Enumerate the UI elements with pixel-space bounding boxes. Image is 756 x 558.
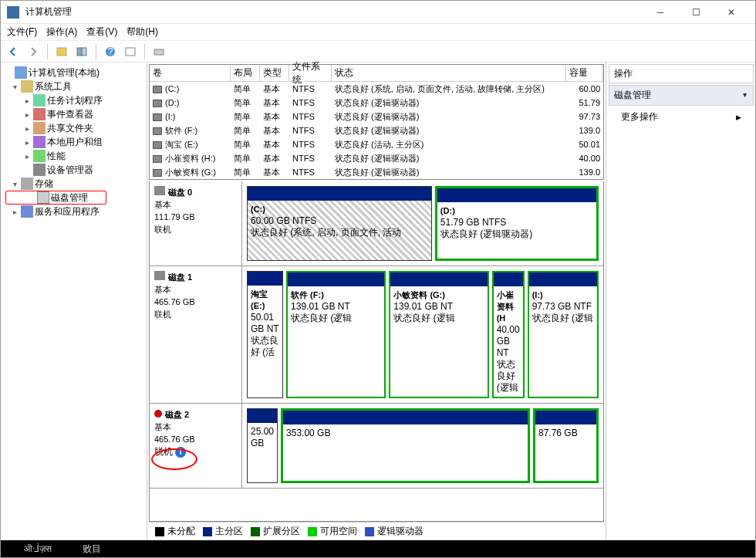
tree-services[interactable]: ▸服务和应用程序 <box>2 205 145 218</box>
tree-disk-management[interactable]: 磁盘管理 <box>5 191 106 205</box>
legend: 未分配 主分区 扩展分区 可用空间 逻辑驱动器 <box>149 522 604 540</box>
tree-systools[interactable]: ▾系统工具 <box>2 79 145 93</box>
info-icon[interactable]: i <box>175 447 186 458</box>
disk-icon <box>154 186 165 195</box>
tree-performance[interactable]: ▸性能 <box>2 149 145 163</box>
toolbar-icon-3[interactable] <box>121 43 140 60</box>
help-icon[interactable]: ? <box>101 43 120 60</box>
svg-rect-5 <box>126 48 135 56</box>
main-panel: 卷 布局 类型 文件系统 状态 容量 (C:)简单基本NTFS状态良好 (系统,… <box>147 63 606 540</box>
svg-rect-6 <box>154 49 164 55</box>
volume-row[interactable]: 小敏资料 (G:)简单基本NTFS状态良好 (逻辑驱动器)139.0 <box>150 165 603 179</box>
disk-side-info-0: 磁盘 0 基本 111.79 GB 联机 <box>150 181 242 265</box>
disk-row-0[interactable]: 磁盘 0 基本 111.79 GB 联机 (C:)60.00 GB NTFS状态… <box>150 181 603 266</box>
actions-more[interactable]: 更多操作▶ <box>607 107 755 127</box>
col-type[interactable]: 类型 <box>260 65 289 81</box>
chevron-right-icon: ▶ <box>736 113 741 121</box>
col-filesystem[interactable]: 文件系统 <box>289 65 332 81</box>
disk-graphical-view[interactable]: 磁盘 0 基本 111.79 GB 联机 (C:)60.00 GB NTFS状态… <box>149 181 604 522</box>
maximize-button[interactable]: ☐ <box>678 1 714 24</box>
disk-partitions-0: (C:)60.00 GB NTFS状态良好 (系统, 启动, 页面文件, 活动 … <box>242 181 603 265</box>
volume-row[interactable]: (I:)简单基本NTFS状态良好 (逻辑驱动器)97.73 <box>150 110 603 123</box>
col-status[interactable]: 状态 <box>332 65 566 81</box>
volume-row[interactable]: (C:)简单基本NTFS状态良好 (系统, 启动, 页面文件, 活动, 故障转储… <box>150 82 603 96</box>
partition-f[interactable]: 软件 (F:)139.01 GB NT状态良好 (逻辑 <box>286 271 386 398</box>
svg-rect-2 <box>82 48 86 56</box>
toolbar-icon-4[interactable] <box>150 43 168 60</box>
tree-shared-folders[interactable]: ▸共享文件夹 <box>2 121 145 135</box>
chevron-up-icon: ▲ <box>741 92 748 100</box>
forward-button[interactable] <box>24 43 42 60</box>
tree-task-scheduler[interactable]: ▸任务计划程序 <box>2 93 145 107</box>
tree-device-manager[interactable]: 设备管理器 <box>2 163 145 177</box>
svg-rect-1 <box>77 48 82 56</box>
disk-icon <box>154 271 165 280</box>
partition-i[interactable]: (I:)97.73 GB NTF状态良好 (逻辑 <box>528 271 599 398</box>
volume-row[interactable]: 软件 (F:)简单基本NTFS状态良好 (逻辑驱动器)139.0 <box>150 123 603 137</box>
toolbar-icon-2[interactable] <box>73 43 91 60</box>
partition-e[interactable]: 淘宝 (E:)50.01 GB NT状态良好 (活 <box>247 271 283 398</box>
partition-unalloc-2[interactable]: 353.00 GB <box>281 408 530 483</box>
menu-help[interactable]: 帮助(H) <box>127 25 158 39</box>
partition-unalloc-3[interactable]: 87.76 GB <box>533 408 599 483</box>
volume-list[interactable]: 卷 布局 类型 文件系统 状态 容量 (C:)简单基本NTFS状态良好 (系统,… <box>149 64 604 180</box>
svg-rect-0 <box>57 48 66 56</box>
disk-side-info-2: 磁盘 2 基本465.76 GB 脱机 i <box>150 404 242 488</box>
partition-h[interactable]: 小崔资料 (H40.00 GB NT状态良好 (逻辑 <box>492 271 525 398</box>
disk-row-1[interactable]: 磁盘 1 基本465.76 GB联机 淘宝 (E:)50.01 GB NT状态良… <box>150 266 603 404</box>
tree-event-viewer[interactable]: ▸事件查看器 <box>2 107 145 121</box>
actions-pane: 操作 磁盘管理▲ 更多操作▶ <box>606 63 755 540</box>
volume-row[interactable]: 小崔资料 (H:)简单基本NTFS状态良好 (逻辑驱动器)40.00 <box>150 151 603 165</box>
partition-g[interactable]: 小敏资料 (G:)139.01 GB NT状态良好 (逻辑 <box>389 271 488 398</box>
disk-partitions-1: 淘宝 (E:)50.01 GB NT状态良好 (活 软件 (F:)139.01 … <box>242 266 603 403</box>
tree-root[interactable]: 计算机管理(本地) <box>2 66 145 79</box>
toolbar-icon-1[interactable] <box>52 43 71 60</box>
svg-text:?: ? <box>108 46 113 57</box>
col-volume[interactable]: 卷 <box>150 65 231 81</box>
menubar: 文件(F) 操作(A) 查看(V) 帮助(H) <box>1 24 755 41</box>
menu-file[interactable]: 文件(F) <box>7 25 37 39</box>
volume-row[interactable]: (D:)简单基本NTFS状态良好 (逻辑驱动器)51.79 <box>150 96 603 110</box>
window-title: 计算机管理 <box>25 5 643 19</box>
partition-d[interactable]: (D:)51.79 GB NTFS状态良好 (逻辑驱动器) <box>435 186 599 261</box>
app-icon <box>7 6 19 19</box>
disk-side-info-1: 磁盘 1 基本465.76 GB联机 <box>150 266 242 403</box>
separator <box>96 44 96 59</box>
close-button[interactable]: ✕ <box>714 1 749 24</box>
titlebar: 计算机管理 ─ ☐ ✕ <box>1 1 755 24</box>
disk-error-icon <box>154 410 162 418</box>
volume-list-header: 卷 布局 类型 文件系统 状态 容量 <box>150 65 603 82</box>
content-area: 计算机管理(本地) ▾系统工具 ▸任务计划程序 ▸事件查看器 ▸共享文件夹 ▸本… <box>1 63 755 540</box>
actions-header: 操作 <box>609 64 754 83</box>
disk-row-2[interactable]: 磁盘 2 基本465.76 GB 脱机 i 25.00 GB 353.00 GB… <box>150 404 603 489</box>
tree-local-users[interactable]: ▸本地用户和组 <box>2 135 145 149</box>
taskbar-strip: ऒᒴज़स 败目 <box>1 540 755 557</box>
back-button[interactable] <box>4 43 22 60</box>
volume-list-body[interactable]: (C:)简单基本NTFS状态良好 (系统, 启动, 页面文件, 活动, 故障转储… <box>150 82 603 179</box>
volume-row[interactable]: 淘宝 (E:)简单基本NTFS状态良好 (活动, 主分区)50.01 <box>150 137 603 151</box>
menu-view[interactable]: 查看(V) <box>86 25 117 39</box>
actions-section-diskmgmt[interactable]: 磁盘管理▲ <box>609 85 754 106</box>
col-capacity[interactable]: 容量 <box>566 65 603 81</box>
separator <box>144 44 145 59</box>
disk-partitions-2: 25.00 GB 353.00 GB 87.76 GB <box>242 404 603 488</box>
partition-c[interactable]: (C:)60.00 GB NTFS状态良好 (系统, 启动, 页面文件, 活动 <box>247 186 432 261</box>
toolbar: ? <box>1 41 755 63</box>
separator <box>47 44 48 59</box>
nav-tree[interactable]: 计算机管理(本地) ▾系统工具 ▸任务计划程序 ▸事件查看器 ▸共享文件夹 ▸本… <box>1 63 147 540</box>
menu-action[interactable]: 操作(A) <box>46 25 77 39</box>
tree-storage[interactable]: ▾存储 <box>2 177 145 191</box>
minimize-button[interactable]: ─ <box>643 1 678 24</box>
partition-unalloc-1[interactable]: 25.00 GB <box>247 408 278 483</box>
col-layout[interactable]: 布局 <box>231 65 260 81</box>
